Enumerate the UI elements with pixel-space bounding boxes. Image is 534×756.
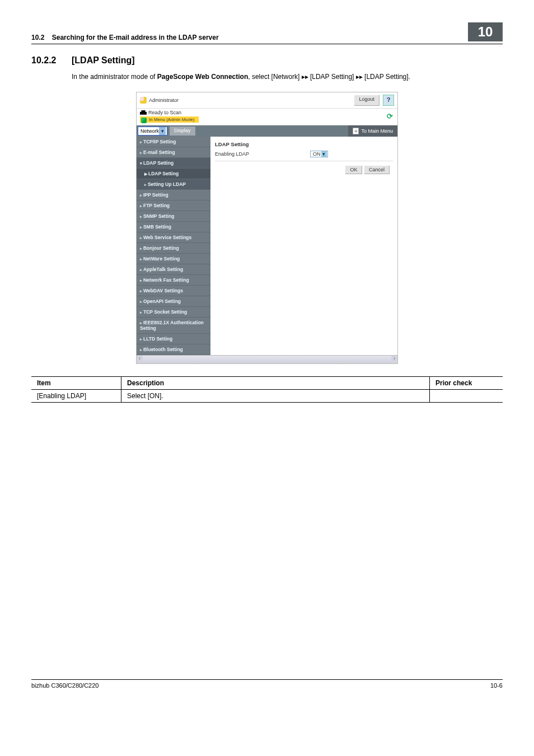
enabling-ldap-label: Enabling LDAP: [215, 151, 310, 157]
sidebar-item-webdav[interactable]: WebDAV Settings: [137, 286, 210, 296]
sidebar-subitem-ldap-setting[interactable]: LDAP Setting: [137, 169, 210, 179]
sidebar-item-lltd[interactable]: LLTD Setting: [137, 334, 210, 344]
page-header: 10.2 Searching for the E-mail address in…: [31, 22, 503, 44]
subsection-title: [LDAP Setting]: [72, 55, 135, 66]
settings-sidebar: TCP/IP Setting E-mail Setting LDAP Setti…: [137, 137, 210, 355]
sidebar-item-appletalk[interactable]: AppleTalk Setting: [137, 264, 210, 275]
sidebar-item-ipp[interactable]: IPP Setting: [137, 190, 210, 200]
main-menu-icon: ≡: [353, 128, 359, 134]
refresh-icon[interactable]: ⟳: [385, 112, 394, 121]
printer-icon: [140, 110, 147, 116]
administrator-label: Administrator: [149, 97, 179, 103]
sidebar-item-ftp[interactable]: FTP Setting: [137, 200, 210, 211]
th-prior-check: Prior check: [430, 376, 503, 389]
cell-item: [Enabling LDAP]: [31, 389, 121, 402]
sidebar-item-openapi[interactable]: OpenAPI Setting: [137, 296, 210, 307]
sidebar-subitem-setting-up-ldap[interactable]: Setting Up LDAP: [137, 179, 210, 190]
sidebar-item-netware[interactable]: NetWare Setting: [137, 254, 210, 264]
logout-button[interactable]: Logout: [354, 95, 380, 106]
sidebar-item-smb[interactable]: SMB Setting: [137, 222, 210, 232]
page-footer: bizhub C360/C280/C220 10-6: [31, 679, 503, 689]
sidebar-item-ldap[interactable]: LDAP Setting: [137, 158, 210, 169]
sidebar-item-bluetooth[interactable]: Bluetooth Setting: [137, 344, 210, 355]
sidebar-item-ieee8021x[interactable]: IEEE802.1X Authentication Setting: [137, 318, 210, 334]
table-row: [Enabling LDAP] Select [ON].: [31, 389, 503, 402]
sidebar-item-networkfax[interactable]: Network Fax Setting: [137, 275, 210, 286]
ready-status: Ready to Scan: [148, 110, 181, 115]
item-description-table: Item Description Prior check [Enabling L…: [31, 376, 503, 403]
sidebar-item-web-service[interactable]: Web Service Settings: [137, 232, 210, 243]
panel-heading: LDAP Setting: [215, 141, 393, 147]
cell-prior-check: [430, 389, 503, 402]
section-topic: Searching for the E-mail address in the …: [52, 34, 219, 41]
horizontal-scrollbar[interactable]: ‹ ›: [137, 355, 397, 363]
th-description: Description: [121, 376, 430, 389]
cell-description: Select [ON].: [121, 389, 430, 402]
sidebar-item-snmp[interactable]: SNMP Setting: [137, 211, 210, 222]
sidebar-item-email[interactable]: E-mail Setting: [137, 147, 210, 158]
enabling-ldap-select[interactable]: ON: [310, 151, 328, 157]
menu-mode-banner: In Menu (Admin Mode): [140, 116, 199, 123]
scroll-right-icon[interactable]: ›: [391, 356, 397, 363]
th-item: Item: [31, 376, 121, 389]
footer-page-number: 10-6: [490, 682, 503, 689]
section-number: 10.2: [31, 34, 44, 41]
help-icon[interactable]: ?: [383, 95, 394, 106]
ok-button[interactable]: OK: [345, 165, 362, 174]
sidebar-item-bonjour[interactable]: Bonjour Setting: [137, 243, 210, 254]
intro-paragraph: In the administrator mode of PageScope W…: [72, 72, 503, 82]
sidebar-item-tcpip[interactable]: TCP/IP Setting: [137, 137, 210, 147]
embedded-webadmin-screenshot: Administrator Logout ? Ready to Scan In …: [136, 92, 398, 364]
cancel-button[interactable]: Cancel: [364, 165, 390, 174]
sidebar-item-tcpsocket[interactable]: TCP Socket Setting: [137, 307, 210, 318]
administrator-icon: [140, 97, 147, 104]
main-content-panel: LDAP Setting Enabling LDAP ON OK Cancel: [210, 137, 397, 355]
to-main-menu-button[interactable]: ≡ To Main Menu: [348, 125, 397, 137]
subsection-number: 10.2.2: [31, 55, 72, 66]
scroll-left-icon[interactable]: ‹: [137, 356, 143, 363]
category-select[interactable]: Network: [138, 127, 167, 136]
display-button[interactable]: Display: [170, 127, 195, 136]
chapter-number-box: 10: [468, 22, 503, 41]
footer-model: bizhub C360/C280/C220: [31, 682, 99, 689]
